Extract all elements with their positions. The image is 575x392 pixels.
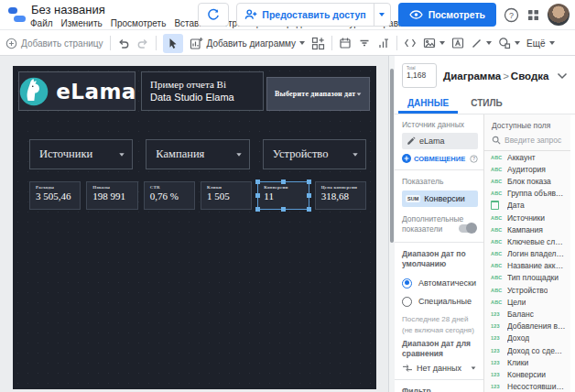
help-icon[interactable]: ?: [504, 7, 519, 23]
field-item[interactable]: ABCТип площадки: [484, 272, 570, 284]
field-item[interactable]: ABCКлючевые слова: [484, 235, 570, 247]
data-control-icon[interactable]: [377, 37, 390, 49]
avatar[interactable]: [548, 4, 570, 26]
field-item[interactable]: ABCЦели: [484, 296, 570, 308]
add-page-button[interactable]: Добавить страницу: [5, 38, 103, 49]
field-item[interactable]: Дата: [484, 200, 570, 212]
selection-handle[interactable]: [255, 180, 260, 184]
field-search-input[interactable]: [504, 136, 563, 145]
tab-data[interactable]: ДАННЫЕ: [398, 93, 458, 114]
filter-controls-row: Источники Кампания Устройство: [29, 139, 366, 169]
menu-edit[interactable]: Изменить: [61, 18, 103, 28]
add-chart-button[interactable]: Добавить диаграмму: [190, 37, 306, 50]
blend-plus-icon: [402, 154, 411, 163]
community-visualizations-icon[interactable]: [311, 37, 325, 50]
view-button[interactable]: Посмотреть: [398, 3, 496, 27]
select-tool-button[interactable]: [163, 34, 183, 53]
text-box-icon[interactable]: [451, 37, 464, 49]
radio-selected-icon[interactable]: [402, 278, 412, 289]
filter-sources[interactable]: Источники: [29, 139, 133, 169]
date-range-control-icon[interactable]: [339, 37, 352, 49]
field-item[interactable]: ABCАудитория: [484, 163, 570, 175]
selection-handle[interactable]: [281, 180, 286, 184]
field-item[interactable]: 123Несостоявшиеся сд: [484, 381, 570, 392]
chevron-down-icon[interactable]: [557, 72, 568, 80]
field-item[interactable]: 123Клики: [484, 356, 570, 368]
metric-aggregation-badge[interactable]: SUM: [406, 195, 420, 202]
comparison-date-range-select[interactable]: Нет данных: [402, 364, 478, 373]
field-item[interactable]: ABCГруппа объявлений: [484, 188, 570, 200]
optional-metrics-label: Дополнительные показатели: [402, 214, 453, 235]
info-icon[interactable]: ?: [470, 155, 478, 163]
more-tools-button[interactable]: Ещё: [526, 38, 554, 49]
menu-view[interactable]: Просмотреть: [111, 18, 167, 28]
radio-custom[interactable]: Специальные: [402, 297, 478, 307]
field-item[interactable]: ABCУстройство: [484, 284, 570, 296]
share-dropdown-caret[interactable]: [374, 4, 390, 26]
field-item[interactable]: 123Доход со сделок: [484, 344, 570, 356]
radio-automatic[interactable]: Автоматически: [402, 278, 478, 289]
report-canvas[interactable]: eLama Пример отчета Bi Data Studio Elama…: [13, 66, 376, 389]
image-icon: [423, 37, 436, 49]
field-item[interactable]: 123Доход: [484, 332, 570, 344]
panel-tabs: ДАННЫЕ СТИЛЬ: [389, 93, 575, 114]
scorecard-conversions-selected[interactable]: Конверсии 11: [257, 181, 309, 210]
blend-data-button[interactable]: СОВМЕЩЕНИЕ ДАННЫХ ?: [402, 154, 478, 163]
image-tool-button[interactable]: [423, 37, 445, 49]
data-source-chip[interactable]: eLama: [402, 133, 478, 149]
field-item[interactable]: 123Баланс: [484, 308, 570, 320]
scorecard-impressions[interactable]: Показы 198 991: [86, 181, 137, 210]
field-item[interactable]: 123Добавления в корзи...: [484, 321, 570, 332]
share-button-main[interactable]: Предоставить доступ: [237, 4, 373, 26]
panel-scrollbar[interactable]: [389, 56, 395, 392]
filter-control-icon[interactable]: [358, 37, 371, 49]
field-item[interactable]: ABCЛогин владельца: [484, 248, 570, 260]
date-range-picker[interactable]: Выберите диапазон дат: [266, 77, 370, 111]
refresh-data-button[interactable]: [198, 3, 229, 27]
filter-section-label: Фильтр: [402, 387, 478, 392]
field-item[interactable]: ABCБлок показа: [484, 175, 570, 187]
field-type-badge: 123: [491, 384, 504, 389]
selection-handle[interactable]: [255, 193, 260, 198]
report-logo-box[interactable]: eLama: [18, 71, 136, 111]
selection-handle[interactable]: [255, 207, 260, 212]
scorecard-value: 11: [264, 190, 308, 202]
redo-icon[interactable]: [136, 37, 149, 49]
apps-grid-icon[interactable]: [526, 8, 540, 22]
report-title-box[interactable]: Пример отчета Bi Data Studio Elama: [141, 71, 264, 111]
field-item[interactable]: ABCИсточники: [484, 212, 570, 223]
filter-device[interactable]: Устройство: [263, 139, 366, 169]
undo-icon[interactable]: [117, 37, 130, 49]
panel-breadcrumb[interactable]: Диаграмма>Сводка: [443, 71, 548, 82]
tab-style[interactable]: СТИЛЬ: [461, 93, 511, 114]
selection-handle[interactable]: [307, 207, 311, 212]
shape-tool-button[interactable]: [498, 37, 520, 49]
radio-unselected-icon[interactable]: [402, 297, 412, 307]
optional-metrics-toggle[interactable]: [459, 224, 475, 233]
selection-handle[interactable]: [307, 193, 311, 198]
field-search[interactable]: [484, 133, 570, 151]
document-title[interactable]: Без названия: [31, 3, 105, 16]
pencil-icon[interactable]: [407, 136, 416, 146]
field-item[interactable]: ABCКампания: [484, 223, 570, 235]
datastudio-logo-icon[interactable]: [7, 5, 27, 25]
toolbar-divider: [396, 36, 397, 50]
embed-url-icon[interactable]: [404, 38, 417, 49]
panel-scrollbar-thumb[interactable]: [390, 69, 394, 243]
menu-file[interactable]: Файл: [30, 18, 53, 28]
scorecard-clicks[interactable]: Клики 1 505: [201, 181, 252, 210]
field-item[interactable]: ABCНазвание аккаунта: [484, 260, 570, 272]
scorecard-expenses[interactable]: Расходы 3 505,46: [29, 181, 81, 210]
compare-arrows-icon: [402, 364, 413, 373]
selection-handle[interactable]: [281, 207, 286, 212]
metric-chip[interactable]: SUM Конверсии: [402, 191, 478, 207]
selection-handle[interactable]: [307, 180, 311, 184]
line-tool-button[interactable]: [471, 38, 492, 49]
field-item[interactable]: ABCАккаунт: [484, 151, 570, 163]
scorecard-ctr[interactable]: CTR 0,76 %: [144, 181, 195, 210]
scorecard-cost-per-conversion[interactable]: Цена конверсии 318,68: [315, 181, 366, 210]
field-item[interactable]: 123Конверсии: [484, 368, 570, 380]
filter-campaign[interactable]: Кампания: [146, 139, 249, 169]
toolbar-divider: [110, 36, 111, 50]
share-button[interactable]: Предоставить доступ: [236, 3, 390, 27]
